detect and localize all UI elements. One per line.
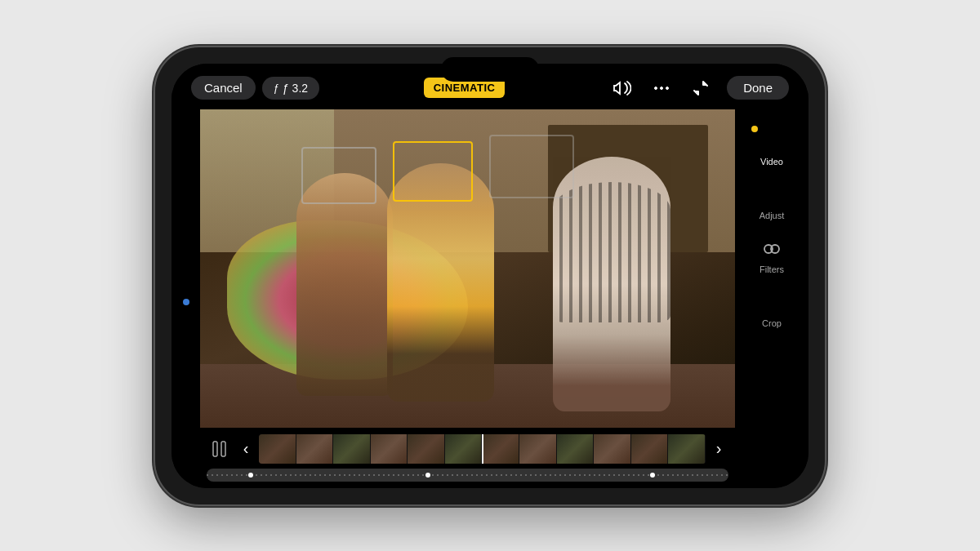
- svg-point-7: [769, 193, 774, 198]
- face-detection-box-left: [301, 147, 376, 204]
- prev-icon: ‹: [243, 439, 249, 458]
- top-bar-left: Cancel ƒ ƒ 3.2: [191, 76, 319, 100]
- next-icon: ›: [716, 439, 722, 458]
- sidebar-indicator-dot: [183, 299, 189, 305]
- left-sidebar: [172, 109, 200, 488]
- video-scene: [200, 109, 735, 428]
- scrubber-track[interactable]: [207, 469, 728, 482]
- video-area: ‹: [200, 109, 735, 488]
- volume-button[interactable]: [609, 75, 635, 101]
- aperture-icon: ƒ: [274, 82, 279, 94]
- phone-screen: Cancel ƒ ƒ 3.2 CINEMATIC: [172, 64, 808, 488]
- filmstrip-frame-8: [519, 434, 557, 464]
- scrubber-dot-2: [425, 473, 430, 478]
- timeline-area: ‹: [200, 428, 735, 488]
- person-left: [296, 173, 393, 396]
- main-content: ‹: [172, 109, 808, 488]
- aperture-button[interactable]: ƒ ƒ 3.2: [262, 77, 319, 100]
- filmstrip-frame-5: [408, 434, 445, 464]
- filmstrip-frame-6: [445, 434, 483, 464]
- filmstrip-frame-7: [482, 434, 519, 464]
- filmstrip-frame-2: [296, 434, 334, 464]
- crop-tool-icon: [760, 291, 784, 315]
- filmstrip-frame-12: [668, 434, 706, 464]
- filmstrip[interactable]: [259, 434, 706, 464]
- more-options-button[interactable]: [648, 75, 675, 101]
- filters-tool-icon: [760, 237, 784, 261]
- face-detection-box-right: [489, 135, 575, 198]
- active-indicator-dot: [751, 126, 758, 132]
- video-tool-icon: [760, 129, 784, 153]
- filmstrip-frame-10: [594, 434, 631, 464]
- tool-video[interactable]: Video: [739, 122, 804, 173]
- prev-frame-button[interactable]: ‹: [236, 436, 256, 462]
- tool-adjust[interactable]: Adjust: [739, 176, 804, 227]
- filmstrip-frame-11: [631, 434, 669, 464]
- filmstrip-frame-9: [557, 434, 595, 464]
- filmstrip-frame-3: [333, 434, 371, 464]
- svg-rect-3: [213, 442, 217, 456]
- filters-tool-label: Filters: [760, 264, 784, 274]
- svg-point-0: [655, 87, 657, 89]
- svg-point-2: [666, 87, 669, 89]
- dynamic-island: [441, 57, 539, 82]
- video-tool-label: Video: [760, 157, 783, 167]
- scrubber-dot-1: [248, 473, 253, 478]
- video-frame[interactable]: [200, 109, 735, 428]
- filmstrip-frame-4: [371, 434, 408, 464]
- svg-rect-4: [221, 442, 225, 456]
- top-bar-right: Done: [609, 75, 789, 101]
- svg-point-1: [661, 87, 663, 89]
- adjust-tool-label: Adjust: [760, 211, 785, 220]
- svg-point-16: [764, 241, 780, 257]
- tool-crop[interactable]: Crop: [739, 284, 804, 335]
- filmstrip-frame-1: [259, 434, 296, 464]
- phone-frame: Cancel ƒ ƒ 3.2 CINEMATIC: [155, 47, 825, 504]
- scrubber-dot-3: [650, 473, 655, 478]
- done-button[interactable]: Done: [727, 76, 789, 100]
- aperture-value: ƒ 3.2: [283, 82, 308, 95]
- next-frame-button[interactable]: ›: [709, 436, 728, 462]
- playhead: [482, 434, 483, 464]
- crop-tool-label: Crop: [762, 318, 782, 328]
- adjust-tool-icon: [760, 183, 784, 207]
- timeline-strip: ‹: [200, 431, 735, 467]
- cancel-button[interactable]: Cancel: [191, 76, 256, 100]
- svg-rect-5: [761, 135, 776, 148]
- right-sidebar: Video: [735, 109, 808, 488]
- svg-rect-23: [767, 298, 777, 308]
- play-pause-button[interactable]: [207, 436, 233, 462]
- face-detection-box-middle: [393, 141, 473, 202]
- tool-filters[interactable]: Filters: [739, 230, 804, 281]
- collapse-button[interactable]: [688, 75, 714, 101]
